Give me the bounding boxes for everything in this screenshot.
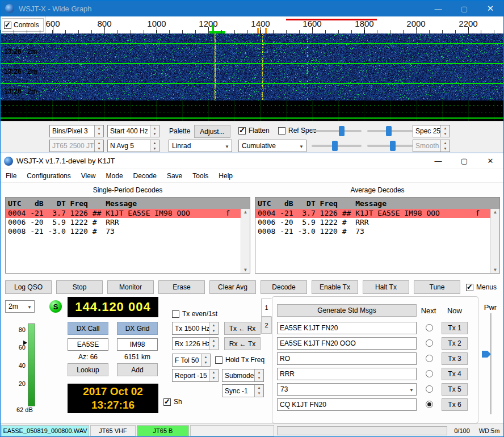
ref-spec-checkbox[interactable] (278, 127, 285, 135)
clear-avg-button[interactable]: Clear Avg (209, 280, 256, 294)
palette-select[interactable]: Linrad (169, 140, 232, 152)
scroll-up-icon[interactable]: ▲ (491, 209, 499, 215)
ftol-spinner[interactable]: F Tol 50 (172, 354, 211, 367)
tx6-message-field[interactable] (277, 398, 417, 411)
tab-2[interactable]: 2 (261, 317, 272, 334)
scroll-up-icon[interactable]: ▲ (241, 209, 250, 215)
tx2-now-button[interactable]: Tx 2 (442, 337, 468, 350)
tx2-message-field[interactable] (277, 337, 417, 350)
flatten-checkbox-row[interactable]: Flatten (238, 127, 270, 135)
adjust-button[interactable]: Adjust... (194, 125, 230, 138)
waterfall-display[interactable] (1, 33, 503, 100)
decode-row[interactable]: 0004 -21 3.7 1226 ## K1JT EA5SE IM98 OOO… (6, 209, 241, 218)
decode-row[interactable]: 0006 -20 5.9 1222 # RRR (255, 218, 491, 227)
hold-tx-freq-checkbox-row[interactable]: Hold Tx Freq (215, 356, 264, 364)
maximize-icon[interactable]: ▢ (451, 1, 477, 16)
menu-view[interactable]: View (76, 170, 101, 182)
spectrum-display[interactable] (1, 100, 503, 121)
rx-freq-spinner[interactable]: Rx 1226 Hz (172, 337, 219, 350)
spinner-arrows-icon[interactable] (254, 369, 263, 381)
tx5-next-radio[interactable] (426, 385, 433, 393)
dx-grid-button[interactable]: DX Grid (117, 322, 158, 335)
maximize-icon[interactable]: ▢ (451, 153, 477, 169)
tune-button[interactable]: Tune (414, 280, 460, 294)
hold-tx-freq-checkbox[interactable] (215, 356, 222, 364)
minimize-icon[interactable]: — (425, 153, 451, 169)
slider-handle[interactable] (390, 141, 396, 151)
frequency-scale[interactable]: Controls 600 800 1000 1200 1400 1600 180… (1, 16, 503, 33)
tx-freq-spinner[interactable]: Tx 1500 Hz (172, 322, 219, 335)
close-icon[interactable]: ✕ (477, 153, 503, 169)
tx2-next-radio[interactable] (426, 339, 433, 347)
menu-save[interactable]: Save (162, 170, 187, 182)
spinner-arrows-icon[interactable] (209, 322, 218, 334)
tx6-next-radio[interactable] (426, 401, 433, 408)
rx-from-tx-button[interactable]: Rx ← Tx (224, 337, 261, 350)
wide-graph-titlebar[interactable]: WSJT-X - Wide Graph — ▢ ✕ (1, 1, 503, 16)
tx-from-rx-button[interactable]: Tx ← Rx (224, 322, 261, 335)
stop-button[interactable]: Stop (56, 280, 103, 294)
menu-mode[interactable]: Mode (101, 170, 128, 182)
tx3-message-field[interactable] (277, 352, 417, 365)
slider-handle[interactable] (339, 126, 345, 136)
tx1-next-radio[interactable] (426, 324, 433, 331)
gain-slider-1[interactable] (312, 125, 362, 137)
menus-checkbox[interactable] (466, 284, 473, 291)
erase-button[interactable]: Erase (158, 280, 205, 294)
flatten-checkbox[interactable] (238, 127, 246, 135)
spinner-arrows-icon[interactable] (209, 338, 218, 350)
menu-help[interactable]: Help (213, 170, 238, 182)
pwr-slider-groove[interactable] (490, 313, 492, 414)
sync-spinner[interactable]: Sync -1 (222, 384, 264, 397)
tx1-message-field[interactable] (277, 322, 417, 334)
tx5-message-select[interactable]: 73 (277, 383, 417, 396)
menu-file[interactable]: File (1, 170, 22, 182)
decode-row[interactable]: 0008 -21 -3.0 1220 # 73 (255, 227, 491, 236)
menu-tools[interactable]: Tools (187, 170, 213, 182)
menu-configurations[interactable]: Configurations (22, 170, 75, 182)
band-select[interactable]: 2m (5, 300, 35, 313)
dx-call-button[interactable]: DX Call (68, 322, 108, 335)
decode-button[interactable]: Decode (261, 280, 307, 294)
close-icon[interactable]: ✕ (477, 1, 503, 16)
tab-1[interactable]: 1 (261, 299, 272, 317)
menu-decode[interactable]: Decode (128, 170, 162, 182)
controls-checkbox-row[interactable]: Controls (2, 18, 44, 32)
average-decodes-panel[interactable]: UTC dB DT Freq Message 0004 -21 3.7 1226… (255, 197, 500, 274)
scroll-down-icon[interactable]: ▼ (241, 267, 250, 272)
scrollbar[interactable]: ▲▼ (241, 209, 250, 273)
add-button[interactable]: Add (117, 363, 158, 376)
start-freq-spinner[interactable]: Start 400 Hz (107, 125, 159, 137)
sh-checkbox-row[interactable]: Sh (163, 398, 182, 406)
tx4-message-field[interactable] (277, 368, 417, 380)
spinner-arrows-icon[interactable] (201, 354, 210, 366)
spinner-arrows-icon[interactable] (440, 125, 450, 137)
tx-even-checkbox-row[interactable]: Tx even/1st (172, 310, 217, 318)
zero-slider-1[interactable] (367, 125, 413, 137)
tx4-now-button[interactable]: Tx 4 (442, 368, 468, 380)
menus-checkbox-row[interactable]: Menus (466, 283, 497, 291)
bins-pixel-spinner[interactable]: Bins/Pixel 3 (49, 125, 104, 137)
single-period-decodes-panel[interactable]: UTC dB DT Freq Message 0004 -21 3.7 1226… (5, 197, 250, 274)
slider-handle[interactable] (332, 141, 338, 151)
n-avg-spinner[interactable]: N Avg 5 (107, 140, 159, 152)
dx-grid-field[interactable] (117, 338, 158, 351)
spinner-arrows-icon[interactable] (150, 125, 159, 137)
tx1-now-button[interactable]: Tx 1 (442, 322, 468, 334)
lookup-button[interactable]: Lookup (68, 363, 108, 376)
submode-spinner[interactable]: Submode B (222, 369, 264, 382)
tx-even-checkbox[interactable] (172, 310, 179, 318)
tx4-next-radio[interactable] (426, 370, 433, 377)
decode-row[interactable]: 0008 -21 -3.0 1220 # 73 (6, 227, 241, 236)
tx5-now-button[interactable]: Tx 5 (442, 383, 468, 396)
main-titlebar[interactable]: WSJT-X v1.7.1-devel by K1JT — ▢ ✕ (1, 153, 503, 169)
decode-row[interactable]: 0006 -20 5.9 1222 # RRR (6, 218, 241, 227)
scroll-down-icon[interactable]: ▼ (491, 267, 499, 272)
scrollbar[interactable]: ▲▼ (490, 209, 499, 273)
spinner-arrows-icon[interactable] (94, 125, 103, 137)
spinner-arrows-icon[interactable] (209, 369, 218, 381)
enable-tx-button[interactable]: Enable Tx (312, 280, 358, 294)
dx-call-field[interactable] (68, 338, 108, 351)
generate-std-msgs-button[interactable]: Generate Std Msgs (277, 304, 417, 317)
slider-handle[interactable] (386, 126, 392, 136)
